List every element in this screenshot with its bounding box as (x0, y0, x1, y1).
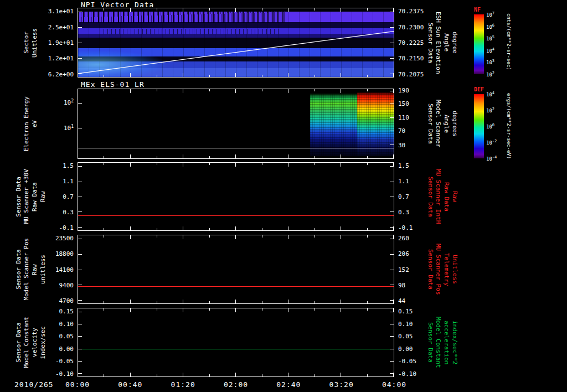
x-tick-mark (262, 89, 262, 91)
x-tick-mark (393, 73, 394, 77)
axis-title-line: MU Scanner Pos (435, 244, 442, 295)
y-tick-label: 102 (64, 99, 74, 106)
x-tick-label: 04:00 (382, 380, 406, 389)
y-tick-label: -0.10 (398, 370, 416, 376)
x-tick-mark (262, 235, 262, 238)
axis-title-line: Sensor Data (426, 104, 434, 144)
axis-title-line: Electron Energy (23, 96, 30, 151)
x-tick-mark (209, 163, 210, 165)
y-tick-label: 0.15 (398, 308, 413, 314)
colorbar-def-title: DEF (474, 86, 484, 92)
x-tick-mark (341, 8, 341, 12)
y-tick-mark (78, 361, 82, 362)
y-tick-label: 206 (398, 251, 409, 257)
x-tick-mark (157, 374, 157, 376)
y-axis-title-left: Sensor DataMU Scanner +30VRaw DataRaw (14, 162, 48, 231)
data-line (78, 349, 394, 349)
axis-title-line: Unitless (451, 255, 458, 284)
x-tick-label: 02:40 (276, 380, 301, 389)
axis-title-line: acceleration (442, 321, 450, 364)
x-tick-mark (183, 154, 183, 158)
x-tick-mark (78, 89, 78, 93)
x-tick-mark (183, 308, 183, 312)
npi-plot-area (78, 8, 394, 78)
x-tick-mark (157, 163, 157, 165)
y-tick-labels-left: 1.51.10.70.3-0.1 (47, 162, 75, 231)
x-tick-mark (78, 73, 78, 77)
x-tick-mark (393, 235, 394, 239)
y-tick-mark (390, 131, 394, 131)
x-tick-mark (341, 154, 341, 158)
y-tick-labels-left: 0.150.100.050.00-0.05-0.10 (47, 308, 75, 377)
x-tick-mark (367, 163, 368, 165)
colorbar-nf-gradient (474, 14, 484, 74)
x-tick-mark (315, 156, 315, 158)
axis-title-line: Sector (23, 32, 30, 54)
y-tick-mark (78, 285, 82, 285)
colorbar-tick-label: 106 (486, 23, 494, 29)
y-tick-label: 1.5 (63, 163, 74, 169)
y-tick-mark (390, 285, 394, 285)
x-tick-mark (288, 308, 288, 312)
axis-title-line: MU Scanner IntH (435, 169, 442, 224)
axis-title-line: Model Constant (23, 317, 30, 368)
y-tick-label: 3.1e+01 (48, 8, 74, 14)
y-tick-label: 0.10 (398, 321, 413, 327)
x-tick-mark (183, 89, 183, 93)
x-tick-mark (209, 374, 210, 376)
x-tick-mark (235, 308, 236, 312)
colorbar-tick-label: 10-2 (486, 140, 497, 146)
x-tick-mark (315, 8, 315, 11)
y-tick-mark (390, 361, 394, 362)
x-tick-mark (78, 373, 78, 376)
data-line (78, 286, 394, 287)
axis-title-line: Unitless (32, 28, 39, 58)
y-tick-mark (390, 58, 394, 59)
y-tick-label: 152 (398, 266, 409, 272)
y-tick-mark (390, 324, 394, 324)
x-tick-mark (130, 226, 131, 230)
x-axis-labels: 00:0000:4001:2002:0002:4003:2004:00 (78, 380, 394, 390)
axis-title-line: degree (451, 32, 458, 54)
y-tick-mark (78, 182, 82, 182)
colorbar-def-unit: ergs/(cm**2-sr-sec-eV) (506, 93, 512, 161)
y-tick-label: 4700 (59, 297, 74, 303)
x-tick-mark (235, 89, 236, 93)
colorbar-nf-tick-labels: 107106105104103102 (486, 14, 504, 74)
panel-mu-scanner-30v: Sensor DataMU Scanner +30VRaw DataRaw 1.… (0, 162, 567, 231)
x-tick-mark (288, 89, 288, 93)
els-data-block (357, 92, 394, 156)
x-tick-mark (288, 73, 288, 77)
x-tick-mark (367, 308, 368, 311)
x-tick-mark (78, 163, 78, 167)
y-tick-mark (390, 336, 394, 337)
y-tick-mark (78, 103, 82, 104)
plot-screen: NPI Vector Data MEx ELS-01 LR SectorUnit… (0, 0, 567, 392)
y-tick-mark (390, 145, 394, 145)
y-tick-mark (390, 104, 394, 104)
x-tick-mark (104, 8, 104, 11)
axis-title-line: Sensor Data (426, 249, 434, 290)
x-tick-mark (393, 8, 394, 12)
x-tick-mark (235, 73, 236, 77)
axis-title-line: index/sec (40, 326, 47, 359)
x-tick-mark (183, 226, 183, 230)
x-tick-mark (130, 235, 131, 239)
axis-title-line: Raw (451, 191, 458, 202)
els-plot-area (78, 89, 394, 159)
y-tick-label: -0.1 (59, 224, 74, 230)
x-tick-mark (341, 300, 341, 303)
x-tick-mark (341, 226, 341, 230)
colorbar-nf-title: NF (474, 7, 481, 13)
x-tick-mark (183, 73, 183, 77)
y-tick-label: 9400 (59, 282, 74, 288)
x-tick-mark (130, 163, 131, 167)
y-tick-mark (78, 43, 82, 43)
colorbar-def: DEF 10410210010-210-4 ergs/(cm**2-sr-sec… (473, 86, 565, 159)
y-tick-label: 2.5e+01 (48, 24, 74, 30)
x-tick-mark (288, 300, 288, 303)
y-tick-label: -0.10 (55, 370, 74, 376)
x-tick-mark (104, 75, 104, 77)
colorbar-tick-label: 104 (486, 47, 494, 53)
x-tick-mark (130, 308, 131, 312)
